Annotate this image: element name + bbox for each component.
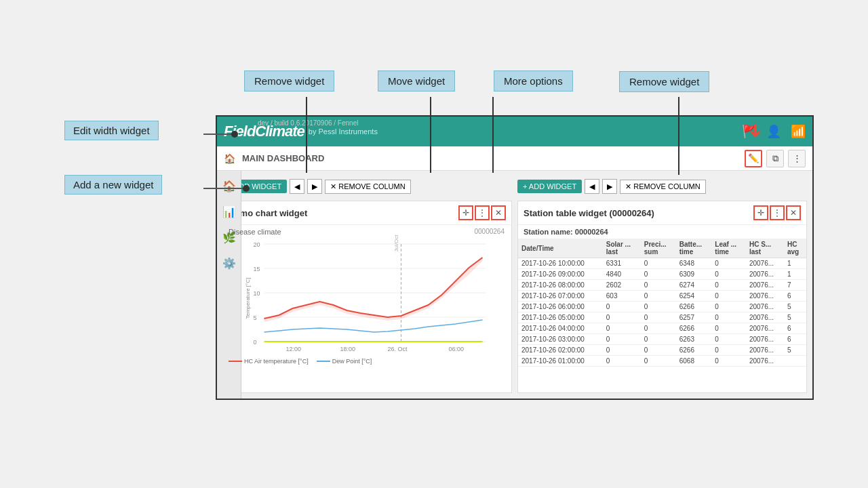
tooltip-more-options: More options: [494, 70, 573, 92]
remove-col-btn-left[interactable]: ✕ REMOVE COLUMN: [325, 180, 410, 194]
chart-station-id: 00000264: [475, 228, 505, 235]
chart-widget-header: Demo chart widget ✛ ⋮ ✕: [223, 201, 511, 225]
svg-text:18:00: 18:00: [340, 346, 356, 352]
remove-col-btn-right[interactable]: ✕ REMOVE COLUMN: [620, 180, 705, 194]
sec-nav-right: ✏️ ⧉ ⋮: [745, 150, 806, 167]
tooltip-remove-widget-right: Remove widget: [619, 71, 709, 92]
svg-text:12:00: 12:00: [286, 346, 302, 352]
chart-svg: 20 15 10 5 0: [229, 237, 506, 352]
table-widget-header: Station table widget (00000264) ✛ ⋮ ✕: [518, 201, 806, 225]
chart-widget-body: Disease climate 00000264 20 15 10 5 0: [223, 225, 511, 392]
table-row: 2017-10-26 04:00:00006266020076...6: [518, 323, 806, 334]
svg-text:20: 20: [254, 241, 260, 248]
table-widget-title: Station table widget (00000264): [524, 208, 753, 218]
legend-item-dew: Dew Point [°C]: [317, 358, 372, 365]
chart-widget-title: Demo chart widget: [229, 208, 458, 218]
th-hcs: HC S...last: [746, 239, 784, 258]
label-add-widget: Add a new widget: [64, 175, 162, 195]
th-solar: Solar ...last: [603, 239, 641, 258]
th-preci: Preci...sum: [641, 239, 676, 258]
station-name-label: Station name: 00000264: [518, 225, 806, 239]
edit-dashboard-btn[interactable]: ✏️: [745, 150, 762, 167]
pointer-move: [430, 97, 431, 173]
table-row: 2017-10-26 07:00:0060306254020076...6: [518, 291, 806, 302]
svg-marker-12: [264, 258, 483, 322]
pointer-remove-right: [678, 97, 679, 175]
data-table: Date/Time Solar ...last Preci...sum Batt…: [518, 239, 806, 367]
table-row: 2017-10-26 10:00:00633106348020076...1: [518, 258, 806, 269]
table-row: 2017-10-26 09:00:00484006309020076...1: [518, 269, 806, 280]
table-widget: Station table widget (00000264) ✛ ⋮ ✕ St…: [517, 201, 807, 393]
chart-move-btn[interactable]: ✛: [458, 205, 473, 220]
table-widget-actions: ✛ ⋮ ✕: [753, 205, 801, 220]
table-row: 2017-10-26 05:00:00006257020076...5: [518, 312, 806, 323]
add-widget-btn-right[interactable]: + ADD WIDGET: [517, 180, 582, 193]
th-leaf: Leaf ...time: [711, 239, 746, 258]
table-scroll-container[interactable]: Date/Time Solar ...last Preci...sum Batt…: [518, 239, 806, 374]
dot-edit-width: [231, 131, 238, 138]
table-widget-body: Station name: 00000264 Date/Time Solar .…: [518, 225, 806, 392]
table-close-btn[interactable]: ✕: [786, 205, 801, 220]
home-nav-icon[interactable]: 🏠: [224, 153, 235, 164]
red-arrow-indicator: ➜: [745, 123, 767, 138]
tooltip-remove-widget-left: Remove widget: [244, 70, 334, 92]
nav-user-btn[interactable]: 👤: [766, 124, 781, 139]
svg-text:Jul/Oct: Jul/Oct: [393, 235, 399, 252]
tooltip-move-widget: Move widget: [378, 70, 455, 92]
chart-widget-actions: ✛ ⋮ ✕: [458, 205, 506, 220]
table-row: 2017-10-26 06:00:00006266020076...5: [518, 302, 806, 312]
col-nav-left-right[interactable]: ▶: [307, 179, 322, 194]
chart-more-btn[interactable]: ⋮: [475, 205, 490, 220]
right-col-toolbar: + ADD WIDGET ◀ ▶ ✕ REMOVE COLUMN: [517, 176, 807, 197]
table-row: 2017-10-26 01:00:00006068020076...: [518, 356, 806, 367]
svg-text:Temperature [°C]: Temperature [°C]: [245, 278, 251, 319]
svg-text:0: 0: [254, 339, 257, 346]
chart-legend: HC Air temperature [°C] Dew Point [°C]: [229, 358, 506, 365]
chart-widget: Demo chart widget ✛ ⋮ ✕ Disease climate …: [222, 201, 512, 393]
table-row: 2017-10-26 02:00:00006266020076...5: [518, 345, 806, 356]
left-col-toolbar: + ADD WIDGET ◀ ▶ ✕ REMOVE COLUMN: [222, 176, 512, 197]
nav-signal-btn[interactable]: 📶: [791, 124, 806, 139]
chart-subtitle: Disease climate: [229, 228, 506, 236]
dot-add-widget: [243, 185, 250, 192]
th-batte: Batte...time: [676, 239, 712, 258]
svg-text:06:00: 06:00: [449, 346, 465, 352]
table-header-row: Date/Time Solar ...last Preci...sum Batt…: [518, 239, 806, 258]
table-more-btn[interactable]: ⋮: [770, 205, 785, 220]
svg-text:15: 15: [254, 266, 260, 272]
line-add-widget: [203, 188, 244, 189]
col-nav-right-right[interactable]: ▶: [602, 179, 617, 194]
line-edit-width: [203, 134, 233, 135]
pointer-remove-left: [306, 97, 307, 173]
label-edit-width: Edit width widget: [64, 121, 159, 140]
svg-text:26. Oct: 26. Oct: [388, 346, 408, 352]
table-move-btn[interactable]: ✛: [753, 205, 768, 220]
chart-close-btn[interactable]: ✕: [491, 205, 506, 220]
th-datetime: Date/Time: [518, 239, 603, 258]
sidebar-home[interactable]: 🏠: [220, 176, 239, 195]
dev-tag: dev / build 0.6.20170906 / Fennel: [258, 119, 358, 127]
pointer-more-options: [492, 97, 494, 173]
brand: dev / build 0.6.20170906 / Fennel FieldC…: [224, 123, 378, 140]
svg-text:5: 5: [254, 314, 257, 321]
table-row: 2017-10-26 08:00:00260206274020076...7: [518, 280, 806, 291]
col-nav-right-left[interactable]: ◀: [585, 179, 599, 194]
brand-sub: by Pessl Instruments: [309, 127, 378, 136]
col-nav-left-left[interactable]: ◀: [290, 179, 304, 194]
more-btn[interactable]: ⋮: [788, 150, 806, 167]
sidebar-chart[interactable]: 📊: [220, 202, 239, 221]
table-row: 2017-10-26 03:00:00006263020076...6: [518, 334, 806, 345]
legend-item-temp: HC Air temperature [°C]: [229, 358, 309, 365]
copy-btn[interactable]: ⧉: [766, 150, 784, 167]
table-body: 2017-10-26 10:00:00633106348020076...120…: [518, 258, 806, 367]
th-hc: HCavg: [784, 239, 806, 258]
sec-nav-left: 🏠: [224, 153, 235, 164]
svg-text:10: 10: [254, 290, 260, 297]
